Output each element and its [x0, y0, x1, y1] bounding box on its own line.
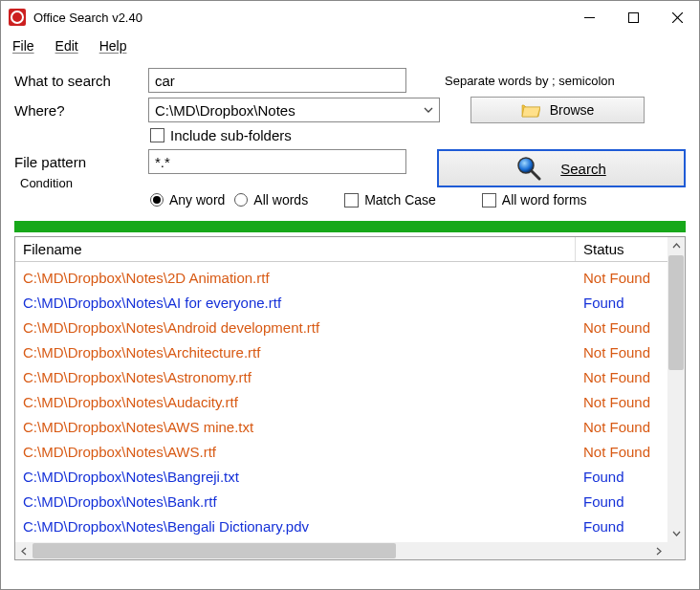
menu-file[interactable]: File: [12, 38, 34, 54]
result-row[interactable]: C:\MD\Dropbox\Notes\Android development.…: [15, 316, 667, 340]
results-panel: Filename Status C:\MD\Dropbox\Notes\2D A…: [14, 236, 686, 560]
result-filename: C:\MD\Dropbox\Notes\Android development.…: [15, 316, 576, 340]
result-row[interactable]: C:\MD\Dropbox\Notes\2D Animation.rtfNot …: [15, 266, 667, 291]
scroll-right-button[interactable]: [650, 542, 667, 559]
where-label: Where?: [14, 102, 139, 119]
result-status: Not Found: [576, 266, 667, 291]
folder-icon: [521, 102, 540, 118]
result-row[interactable]: C:\MD\Dropbox\Notes\Bank.rtfFound: [15, 490, 667, 514]
result-filename: C:\MD\Dropbox\Notes\Bank.rtf: [15, 490, 576, 514]
progress-bar: [14, 221, 686, 232]
maximize-button[interactable]: [611, 1, 655, 33]
any-word-radio[interactable]: [150, 193, 164, 207]
results-body: C:\MD\Dropbox\Notes\2D Animation.rtfNot …: [15, 266, 667, 542]
result-row[interactable]: C:\MD\Dropbox\Notes\Audacity.rtfNot Foun…: [15, 390, 667, 415]
result-status: Found: [576, 514, 667, 539]
horizontal-scroll-thumb[interactable]: [33, 543, 396, 558]
result-row[interactable]: C:\MD\Dropbox\Notes\Bangreji.txtFound: [15, 465, 667, 490]
result-status: Found: [576, 291, 667, 316]
app-window: Office Search v2.40 File Edit Help What …: [0, 0, 700, 590]
result-row[interactable]: C:\MD\Dropbox\Notes\AI for everyone.rtfF…: [15, 291, 667, 316]
titlebar: Office Search v2.40: [1, 1, 699, 33]
svg-rect-1: [628, 12, 638, 22]
include-subfolders-checkbox[interactable]: [150, 128, 164, 142]
pattern-label: File pattern: [14, 154, 139, 170]
column-header-filename[interactable]: Filename: [15, 237, 576, 261]
vertical-scrollbar[interactable]: [667, 237, 685, 542]
window-title: Office Search v2.40: [33, 11, 567, 25]
match-case-label: Match Case: [364, 192, 436, 208]
app-icon: [9, 9, 26, 26]
svg-line-5: [532, 171, 539, 179]
result-filename: C:\MD\Dropbox\Notes\AI for everyone.rtf: [15, 291, 576, 316]
result-status: Not Found: [576, 365, 667, 390]
menubar: File Edit Help: [1, 33, 699, 58]
scroll-down-button[interactable]: [667, 525, 685, 542]
magnifier-icon: [516, 156, 541, 181]
all-words-radio[interactable]: [234, 193, 248, 207]
any-word-label: Any word: [169, 192, 225, 208]
search-button[interactable]: Search: [437, 149, 686, 187]
scroll-corner: [667, 542, 685, 559]
hint-text: Separate words by ; semicolon: [445, 74, 615, 88]
result-filename: C:\MD\Dropbox\Notes\Astronomy.rtf: [15, 365, 576, 390]
include-subfolders-label: Include sub-folders: [170, 127, 292, 143]
match-case-checkbox[interactable]: [344, 193, 359, 208]
result-status: Not Found: [576, 316, 667, 340]
scroll-left-button[interactable]: [15, 542, 33, 559]
browse-label: Browse: [550, 102, 595, 118]
result-filename: C:\MD\Dropbox\Notes\Audacity.rtf: [15, 390, 576, 415]
all-forms-checkbox[interactable]: [482, 193, 496, 208]
result-status: Not Found: [576, 440, 667, 465]
result-row[interactable]: C:\MD\Dropbox\Notes\Astronomy.rtfNot Fou…: [15, 365, 667, 390]
result-row[interactable]: C:\MD\Dropbox\Notes\AWS mine.txtNot Foun…: [15, 415, 667, 440]
result-status: Not Found: [576, 390, 667, 415]
chevron-down-icon: [424, 107, 433, 113]
result-status: Found: [576, 465, 667, 490]
result-filename: C:\MD\Dropbox\Notes\2D Animation.rtf: [15, 266, 576, 291]
results-header: Filename Status: [15, 237, 685, 262]
result-filename: C:\MD\Dropbox\Notes\AWS.rtf: [15, 440, 576, 465]
horizontal-scrollbar[interactable]: [15, 542, 667, 559]
result-filename: C:\MD\Dropbox\Notes\Bangreji.txt: [15, 465, 576, 490]
result-filename: C:\MD\Dropbox\Notes\AWS mine.txt: [15, 415, 576, 440]
result-row[interactable]: C:\MD\Dropbox\Notes\AWS.rtfNot Found: [15, 440, 667, 465]
menu-help[interactable]: Help: [99, 38, 127, 54]
where-dropdown-button[interactable]: [418, 98, 439, 121]
pattern-input[interactable]: [148, 149, 406, 174]
minimize-button[interactable]: [567, 1, 611, 33]
condition-label: Condition: [20, 176, 406, 190]
close-button[interactable]: [655, 1, 699, 33]
result-status: Not Found: [576, 340, 667, 365]
scroll-up-button[interactable]: [667, 237, 685, 254]
what-label: What to search: [14, 73, 139, 89]
column-header-status[interactable]: Status: [576, 237, 667, 261]
search-label: Search: [560, 161, 606, 177]
all-words-label: All words: [253, 192, 308, 208]
result-filename: C:\MD\Dropbox\Notes\Bengali Dictionary.p…: [15, 514, 576, 539]
browse-button[interactable]: Browse: [470, 97, 645, 123]
result-filename: C:\MD\Dropbox\Notes\Architecture.rtf: [15, 340, 576, 365]
menu-edit[interactable]: Edit: [55, 38, 78, 54]
all-forms-label: All word forms: [502, 192, 587, 208]
where-input[interactable]: [148, 98, 440, 122]
result-status: Found: [576, 490, 667, 514]
result-row[interactable]: C:\MD\Dropbox\Notes\Bengali Dictionary.p…: [15, 514, 667, 539]
what-input[interactable]: [148, 68, 406, 93]
result-status: Not Found: [576, 415, 667, 440]
vertical-scroll-thumb[interactable]: [668, 255, 684, 370]
result-row[interactable]: C:\MD\Dropbox\Notes\Architecture.rtfNot …: [15, 340, 667, 365]
